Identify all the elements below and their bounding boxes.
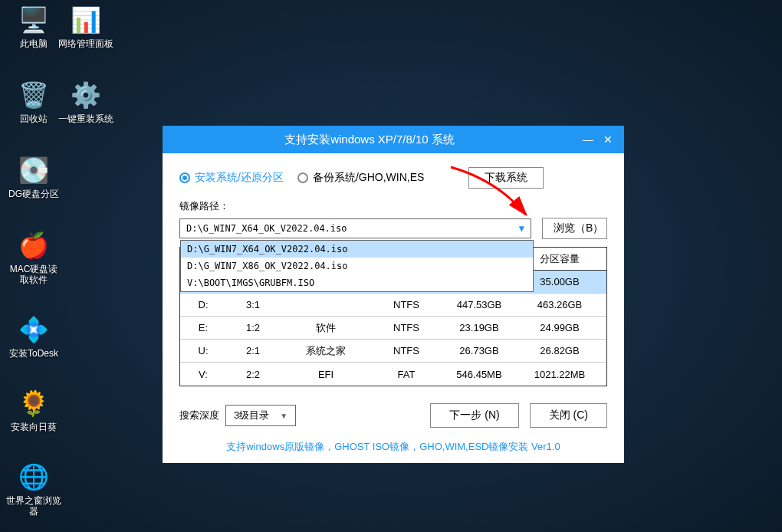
- titlebar: 支持安装windows XP/7/8/10 系统 — ✕: [163, 126, 624, 153]
- desktop-icon[interactable]: 🖥️此电脑: [6, 5, 61, 49]
- image-path-label: 镜像路径：: [179, 199, 607, 213]
- cell-name: 系统之家: [280, 344, 372, 358]
- radio-install[interactable]: 安装系统/还原分区: [179, 171, 284, 185]
- app-icon: 🌻: [15, 388, 52, 419]
- desktop-icon[interactable]: 💽DG硬盘分区: [6, 155, 61, 199]
- radio-dot-icon: [179, 172, 190, 183]
- close-action-button[interactable]: 关闭 (C): [530, 403, 607, 428]
- search-depth-label: 搜索深度: [179, 409, 219, 422]
- desktop-icon[interactable]: 🌐世界之窗浏览 器: [6, 461, 61, 517]
- cell-ratio: 3:1: [226, 299, 280, 310]
- desktop-icon-label: 安装ToDesk: [6, 348, 61, 359]
- app-icon: 📊: [67, 5, 104, 35]
- cell-drive: D:: [180, 299, 226, 310]
- table-row[interactable]: E:1:2软件NTFS23.19GB24.99GB: [180, 317, 606, 340]
- cell-ratio: 1:2: [226, 322, 280, 333]
- cell-name: EFI: [280, 369, 372, 380]
- cell-ratio: 2:2: [226, 369, 280, 380]
- desktop-icon[interactable]: ⚙️一键重装系统: [58, 80, 113, 124]
- desktop-icon[interactable]: 🗑️回收站: [6, 80, 61, 124]
- desktop-icon[interactable]: 💠安装ToDesk: [6, 314, 61, 359]
- footer-text: 支持windows原版镜像，GHOST ISO镜像，GHO,WIM,ESD镜像安…: [179, 440, 607, 454]
- dropdown-item[interactable]: D:\G_WIN7_X86_OK_V2022.04.iso: [181, 258, 533, 274]
- cell-used: 26.73GB: [441, 345, 518, 356]
- table-row[interactable]: V:2:2EFIFAT546.45MB1021.22MB: [180, 363, 606, 386]
- cell-total: 24.99GB: [518, 322, 602, 333]
- radio-dot-icon: [297, 172, 308, 183]
- radio-backup[interactable]: 备份系统/GHO,WIN,ES: [297, 171, 424, 185]
- cell-used: 23.19GB: [441, 322, 518, 333]
- cell-fs: FAT: [372, 369, 441, 380]
- cell-drive: E:: [180, 322, 226, 333]
- search-depth-select[interactable]: 3级目录 ▼: [225, 405, 296, 426]
- browse-button[interactable]: 浏览（B）: [542, 218, 607, 239]
- desktop-icon-label: DG硬盘分区: [6, 189, 61, 199]
- app-icon: 💽: [15, 155, 52, 186]
- image-path-dropdown[interactable]: D:\G_WIN7_X64_OK_V2022.04.iso ▼ D:\G_WIN…: [179, 218, 531, 238]
- close-button[interactable]: ✕: [600, 131, 616, 148]
- cell-fs: NTFS: [372, 299, 441, 310]
- desktop-icon-label: 此电脑: [6, 38, 61, 49]
- next-button[interactable]: 下一步 (N): [430, 403, 518, 428]
- cell-ratio: 2:1: [226, 345, 280, 356]
- table-row[interactable]: U:2:1系统之家NTFS26.73GB26.82GB: [180, 340, 606, 363]
- desktop-icon[interactable]: 🌻安装向日葵: [6, 388, 61, 432]
- app-icon: 🍎: [15, 230, 52, 261]
- cell-used: 546.45MB: [441, 369, 518, 380]
- cell-fs: NTFS: [372, 345, 441, 356]
- image-path-dropdown-panel: D:\G_WIN7_X64_OK_V2022.04.iso D:\G_WIN7_…: [180, 240, 534, 292]
- desktop-icon-label: 回收站: [6, 113, 61, 124]
- dropdown-item[interactable]: V:\BOOT\IMGS\GRUBFM.ISO: [181, 274, 533, 291]
- cell-used: 447.53GB: [441, 299, 518, 310]
- cell-total: 463.26GB: [518, 299, 602, 310]
- cell-fs: NTFS: [372, 322, 441, 333]
- mode-radio-group: 安装系统/还原分区 备份系统/GHO,WIN,ES 下载系统: [179, 167, 607, 189]
- chevron-down-icon: ▼: [519, 223, 524, 234]
- search-depth-value: 3级目录: [234, 409, 269, 422]
- installer-dialog: 支持安装windows XP/7/8/10 系统 — ✕ 安装系统/还原分区 备…: [163, 126, 624, 463]
- app-icon: 💠: [15, 314, 52, 345]
- cell-name: 软件: [280, 321, 372, 335]
- app-icon: 🗑️: [15, 80, 52, 110]
- cell-drive: V:: [180, 369, 226, 380]
- desktop-icon-label: 安装向日葵: [6, 422, 61, 432]
- download-button[interactable]: 下载系统: [468, 167, 544, 189]
- minimize-button[interactable]: —: [580, 131, 596, 148]
- desktop-icon[interactable]: 📊网络管理面板: [58, 5, 113, 49]
- radio-backup-label: 备份系统/GHO,WIN,ES: [313, 171, 424, 185]
- desktop-icon[interactable]: 🍎MAC硬盘读 取软件: [6, 230, 61, 286]
- window-title: 支持安装windows XP/7/8/10 系统: [163, 133, 577, 147]
- cell-total: 26.82GB: [518, 345, 602, 356]
- search-depth-group: 搜索深度 3级目录 ▼: [179, 405, 296, 426]
- desktop-icon-label: 一键重装系统: [58, 113, 113, 124]
- image-path-value: D:\G_WIN7_X64_OK_V2022.04.iso: [186, 223, 347, 234]
- app-icon: 🌐: [15, 461, 52, 492]
- desktop-icon-label: MAC硬盘读 取软件: [6, 264, 61, 286]
- table-row[interactable]: D:3:1NTFS447.53GB463.26GB: [180, 294, 606, 317]
- desktop-icon-label: 世界之窗浏览 器: [6, 495, 61, 517]
- cell-total: 1021.22MB: [518, 369, 602, 380]
- app-icon: ⚙️: [67, 80, 104, 110]
- app-icon: 🖥️: [15, 5, 52, 35]
- radio-install-label: 安装系统/还原分区: [195, 171, 284, 185]
- chevron-down-icon: ▼: [280, 412, 288, 420]
- dropdown-item[interactable]: D:\G_WIN7_X64_OK_V2022.04.iso: [181, 241, 533, 258]
- desktop-icon-label: 网络管理面板: [58, 38, 113, 49]
- cell-drive: U:: [180, 345, 226, 356]
